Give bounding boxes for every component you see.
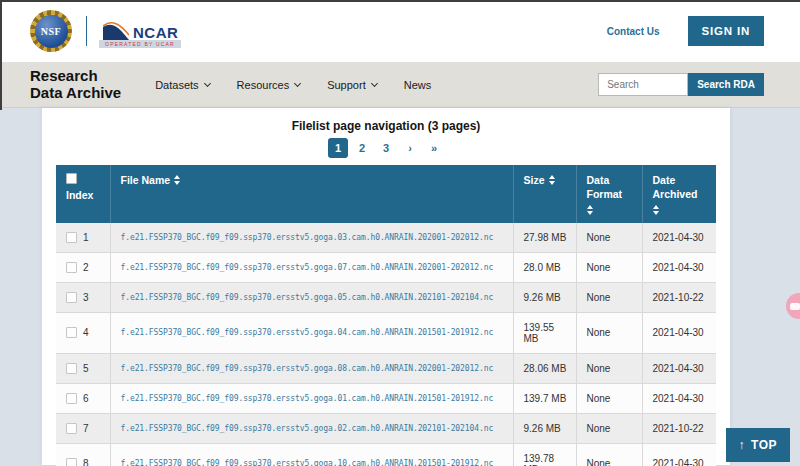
nav-item-support[interactable]: Support bbox=[327, 79, 377, 91]
sort-icon[interactable] bbox=[653, 205, 659, 215]
column-header-index[interactable]: Index bbox=[56, 165, 110, 223]
table-row: 8 f.e21.FSSP370_BGC.f09_f09.ssp370.ersst… bbox=[56, 443, 716, 466]
filelist-card: Filelist page navigation (3 pages) 1 2 3… bbox=[42, 108, 730, 465]
file-size: 9.26 MB bbox=[513, 413, 576, 443]
ncar-swoosh-icon bbox=[103, 20, 129, 40]
file-format: None bbox=[576, 443, 642, 466]
file-size: 28.0 MB bbox=[513, 252, 576, 282]
file-date-archived: 2021-04-30 bbox=[642, 353, 716, 383]
select-all-checkbox[interactable] bbox=[66, 173, 77, 184]
file-link[interactable]: f.e21.FSSP370_BGC.f09_f09.ssp370.ersstv5… bbox=[121, 263, 508, 272]
file-link[interactable]: f.e21.FSSP370_BGC.f09_f09.ssp370.ersstv5… bbox=[121, 424, 508, 433]
file-format: None bbox=[576, 252, 642, 282]
file-format: None bbox=[576, 353, 642, 383]
sign-in-button[interactable]: SIGN IN bbox=[688, 16, 764, 46]
row-checkbox[interactable] bbox=[66, 393, 77, 404]
file-link[interactable]: f.e21.FSSP370_BGC.f09_f09.ssp370.ersstv5… bbox=[121, 328, 508, 337]
file-date-archived: 2021-04-30 bbox=[642, 252, 716, 282]
filelist-pagination-title: Filelist page navigation (3 pages) bbox=[56, 119, 716, 133]
file-format: None bbox=[576, 282, 642, 312]
window-top-edge bbox=[0, 0, 800, 2]
back-to-top-button[interactable]: ↑ TOP bbox=[726, 428, 790, 462]
table-row: 1 f.e21.FSSP370_BGC.f09_f09.ssp370.ersst… bbox=[56, 223, 716, 253]
ncar-logo[interactable]: NCAR OPERATED BY UCAR bbox=[99, 14, 184, 48]
table-row: 7 f.e21.FSSP370_BGC.f09_f09.ssp370.ersst… bbox=[56, 413, 716, 443]
file-size: 139.7 MB bbox=[513, 383, 576, 413]
table-row: 4 f.e21.FSSP370_BGC.f09_f09.ssp370.ersst… bbox=[56, 312, 716, 353]
row-index: 4 bbox=[83, 327, 89, 338]
row-checkbox[interactable] bbox=[66, 423, 77, 434]
file-size: 139.55 MB bbox=[513, 312, 576, 353]
sort-icon[interactable] bbox=[174, 175, 180, 185]
window-left-edge bbox=[0, 0, 2, 110]
row-checkbox[interactable] bbox=[66, 458, 77, 466]
column-header-date-archived[interactable]: Date Archived bbox=[642, 165, 716, 223]
row-checkbox[interactable] bbox=[66, 327, 77, 338]
page-next-button[interactable]: › bbox=[400, 138, 420, 158]
column-header-data-format[interactable]: Data Format bbox=[576, 165, 642, 223]
file-date-archived: 2021-10-22 bbox=[642, 413, 716, 443]
table-row: 2 f.e21.FSSP370_BGC.f09_f09.ssp370.ersst… bbox=[56, 252, 716, 282]
row-index: 8 bbox=[83, 458, 89, 466]
sort-icon[interactable] bbox=[549, 175, 555, 185]
feedback-icon bbox=[790, 303, 800, 310]
page-last-button[interactable]: » bbox=[424, 138, 444, 158]
row-checkbox[interactable] bbox=[66, 262, 77, 273]
feedback-widget[interactable] bbox=[786, 293, 800, 319]
file-link[interactable]: f.e21.FSSP370_BGC.f09_f09.ssp370.ersstv5… bbox=[121, 233, 508, 242]
nav-item-news[interactable]: News bbox=[404, 79, 432, 91]
file-link[interactable]: f.e21.FSSP370_BGC.f09_f09.ssp370.ersstv5… bbox=[121, 293, 508, 302]
row-checkbox[interactable] bbox=[66, 292, 77, 303]
column-header-file-name[interactable]: File Name bbox=[110, 165, 513, 223]
row-index: 3 bbox=[83, 292, 89, 303]
row-index: 5 bbox=[83, 363, 89, 374]
file-link[interactable]: f.e21.FSSP370_BGC.f09_f09.ssp370.ersstv5… bbox=[121, 459, 508, 466]
file-link[interactable]: f.e21.FSSP370_BGC.f09_f09.ssp370.ersstv5… bbox=[121, 364, 508, 373]
rda-brand[interactable]: Research Data Archive bbox=[30, 68, 121, 101]
main-navbar: Research Data Archive Datasets Resources… bbox=[0, 62, 800, 108]
file-format: None bbox=[576, 223, 642, 253]
row-index: 6 bbox=[83, 393, 89, 404]
nsf-logo-icon: NSF bbox=[35, 15, 68, 48]
file-format: None bbox=[576, 312, 642, 353]
page-button-3[interactable]: 3 bbox=[376, 138, 396, 158]
row-checkbox[interactable] bbox=[66, 363, 77, 374]
contact-us-link[interactable]: Contact Us bbox=[607, 26, 660, 37]
main-content: Filelist page navigation (3 pages) 1 2 3… bbox=[0, 108, 800, 465]
table-row: 6 f.e21.FSSP370_BGC.f09_f09.ssp370.ersst… bbox=[56, 383, 716, 413]
brand-line2: Data Archive bbox=[30, 85, 121, 102]
nsf-logo[interactable]: NSF bbox=[30, 10, 72, 52]
file-size: 27.98 MB bbox=[513, 223, 576, 253]
search-rda-button[interactable]: Search RDA bbox=[688, 73, 764, 96]
file-size: 139.78 MB bbox=[513, 443, 576, 466]
file-size: 28.06 MB bbox=[513, 353, 576, 383]
file-date-archived: 2021-04-30 bbox=[642, 443, 716, 466]
nav-item-datasets[interactable]: Datasets bbox=[155, 79, 209, 91]
filelist-body: 1 f.e21.FSSP370_BGC.f09_f09.ssp370.ersst… bbox=[56, 223, 716, 466]
file-size: 9.26 MB bbox=[513, 282, 576, 312]
table-header-row: Index File Name Size bbox=[56, 165, 716, 223]
page-button-1[interactable]: 1 bbox=[328, 138, 348, 158]
site-header: NSF NCAR OPERATED BY UCAR Contact Us SIG… bbox=[0, 0, 800, 62]
page-button-2[interactable]: 2 bbox=[352, 138, 372, 158]
file-link[interactable]: f.e21.FSSP370_BGC.f09_f09.ssp370.ersstv5… bbox=[121, 394, 508, 403]
pagination: 1 2 3 › » bbox=[56, 138, 716, 158]
filelist-table: Index File Name Size bbox=[56, 165, 716, 466]
row-checkbox[interactable] bbox=[66, 232, 77, 243]
ncar-logo-subtext: OPERATED BY UCAR bbox=[99, 40, 181, 48]
file-date-archived: 2021-10-22 bbox=[642, 282, 716, 312]
logo-divider bbox=[86, 16, 87, 46]
ncar-logo-text: NCAR bbox=[133, 25, 178, 40]
table-row: 3 f.e21.FSSP370_BGC.f09_f09.ssp370.ersst… bbox=[56, 282, 716, 312]
sort-icon[interactable] bbox=[587, 205, 593, 215]
search-input[interactable] bbox=[598, 73, 688, 96]
row-index: 1 bbox=[83, 232, 89, 243]
nav-item-resources[interactable]: Resources bbox=[237, 79, 301, 91]
table-row: 5 f.e21.FSSP370_BGC.f09_f09.ssp370.ersst… bbox=[56, 353, 716, 383]
row-index: 7 bbox=[83, 423, 89, 434]
file-date-archived: 2021-04-30 bbox=[642, 383, 716, 413]
column-header-size[interactable]: Size bbox=[513, 165, 576, 223]
logo-group: NSF NCAR OPERATED BY UCAR bbox=[30, 10, 184, 52]
file-date-archived: 2021-04-30 bbox=[642, 312, 716, 353]
row-index: 2 bbox=[83, 262, 89, 273]
